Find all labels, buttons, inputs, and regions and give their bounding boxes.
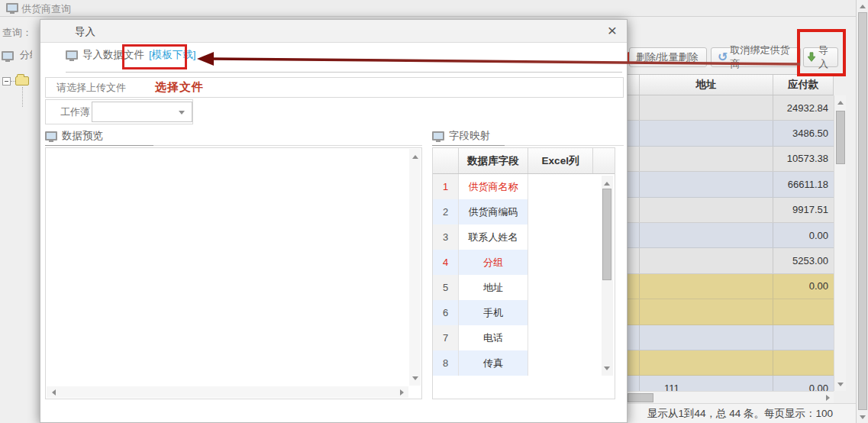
dialog-title: 导入 [75, 25, 95, 39]
annotation-highlight-import-button [797, 29, 846, 76]
cell-address [640, 350, 773, 375]
table-row[interactable]: 1110.00 [628, 376, 834, 391]
window-title: 供货商查询 [21, 2, 71, 16]
scroll-up-icon[interactable] [859, 2, 866, 10]
window-title-bar: 供货商查询 [0, 0, 868, 17]
cell-row-number: 2 [433, 199, 459, 224]
pagination-status: 显示从1到44，总 44 条。每页显示：100 [647, 407, 833, 421]
cell-excel-col[interactable] [528, 275, 593, 300]
scroll-up-icon[interactable] [411, 153, 419, 160]
annotation-arrow [195, 49, 802, 70]
workbook-label: 工作薄 [60, 105, 90, 119]
mapping-row[interactable]: 4分组 [433, 250, 593, 275]
grid-horizontal-scrollbar[interactable] [628, 391, 834, 403]
mapping-vscroll-thumb[interactable] [602, 189, 611, 280]
mapping-row[interactable]: 3联系人姓名 [433, 224, 593, 250]
cell-payable [773, 299, 834, 324]
grid-header-stub [628, 75, 640, 95]
cell-excel-col[interactable] [528, 224, 593, 250]
scroll-left-icon[interactable] [50, 389, 57, 396]
table-row-selected[interactable]: 0.00 [628, 274, 834, 299]
mapping-row[interactable]: 7电话 [433, 325, 593, 350]
scroll-down-icon[interactable] [411, 374, 419, 382]
cell-excel-col[interactable] [528, 250, 593, 275]
workbook-row: 工作薄 [45, 99, 193, 124]
section-underline [432, 145, 505, 146]
dialog-header: 导入 × [40, 20, 627, 43]
monitor-icon [45, 131, 57, 140]
cell-excel-col[interactable] [528, 325, 593, 350]
mapping-row[interactable]: 6手机 [433, 300, 593, 325]
mapping-row[interactable]: 2供货商编码 [433, 199, 593, 224]
import-dialog: 导入 × 导入数据文件 [模板下载] 请选择上传文件 选择文件 工作薄 数据预览 [40, 19, 628, 423]
cell-excel-col[interactable] [528, 350, 593, 376]
table-row-selected[interactable] [628, 350, 834, 376]
grid-body: 24932.84 3486.50 10573.38 66611.18 9917.… [628, 95, 834, 391]
grid-vscroll-thumb[interactable] [836, 111, 845, 164]
page-vscroll-thumb[interactable] [858, 12, 867, 410]
cell-address [640, 147, 773, 171]
cell-excel-col[interactable] [528, 199, 593, 224]
grid-header-address[interactable]: 地址 [640, 75, 773, 95]
group-section-label: 分组 [2, 48, 32, 63]
cell-row-number: 5 [433, 275, 459, 300]
mapping-vertical-scrollbar[interactable] [602, 176, 613, 376]
table-row[interactable]: 0.00 [628, 223, 834, 248]
preview-horizontal-scrollbar[interactable] [47, 386, 408, 398]
cell-row-number: 6 [433, 300, 459, 325]
table-row[interactable]: 9917.51 [628, 198, 834, 223]
mapping-body: 1供货商名称 2供货商编码 3联系人姓名 4分组 5地址 6手机 7电话 8传真 [433, 174, 593, 376]
cell-address [640, 172, 773, 196]
grid-header-payable[interactable]: 应付款 [773, 75, 834, 95]
workbook-dropdown[interactable] [92, 102, 192, 122]
status-bar: 显示从1到44，总 44 条。每页显示：100 [628, 403, 856, 423]
cell-db-field: 传真 [459, 350, 528, 376]
mapping-header-excel: Excel列 [528, 148, 593, 173]
cell-row-number: 7 [433, 325, 459, 350]
scroll-right-icon[interactable] [398, 389, 405, 396]
cell-db-field: 手机 [459, 300, 528, 325]
cell-excel-col[interactable] [528, 174, 593, 199]
cell-payable: 5253.00 [773, 248, 834, 273]
table-row[interactable]: 10573.38 [628, 147, 834, 172]
cell-db-field: 地址 [459, 275, 528, 300]
cell-payable: 0.00 [773, 223, 834, 247]
file-upload-row: 请选择上传文件 选择文件 [45, 77, 624, 98]
scroll-down-icon[interactable] [837, 380, 844, 388]
scroll-down-icon[interactable] [603, 364, 611, 372]
preview-vertical-scrollbar[interactable] [409, 149, 421, 386]
scroll-up-icon[interactable] [837, 98, 844, 106]
grid-hscroll-thumb[interactable] [628, 393, 653, 402]
cell-payable: 0.00 [773, 376, 834, 391]
table-row[interactable] [628, 325, 834, 350]
scroll-down-icon[interactable] [859, 413, 866, 421]
data-preview-panel [45, 147, 422, 399]
monitor-icon [66, 50, 78, 60]
mapping-row[interactable]: 1供货商名称 [433, 174, 593, 199]
folder-icon[interactable] [15, 76, 29, 86]
cell-payable: 10573.38 [773, 147, 834, 171]
close-icon[interactable]: × [602, 21, 622, 40]
cell-excel-col[interactable] [528, 300, 593, 325]
mapping-row[interactable]: 8传真 [433, 350, 593, 376]
grid-vertical-scrollbar[interactable] [834, 95, 846, 391]
table-row[interactable]: 5253.00 [628, 248, 834, 273]
section-underline [45, 145, 153, 146]
table-row[interactable]: 3486.50 [628, 121, 834, 146]
page-vertical-scrollbar[interactable] [856, 0, 868, 423]
mapping-section-header: 字段映射 [432, 128, 490, 144]
cell-db-field: 供货商名称 [459, 174, 528, 199]
grid-header-row: 地址 应付款 [628, 74, 834, 95]
choose-file-button[interactable]: 选择文件 [155, 80, 204, 95]
cell-address [640, 274, 773, 299]
scroll-up-icon[interactable] [603, 179, 611, 187]
section-underline [505, 145, 624, 146]
mapping-row[interactable]: 5地址 [433, 275, 593, 300]
tree-expander-icon[interactable] [2, 77, 11, 86]
cell-payable: 66611.18 [773, 172, 834, 196]
cell-payable: 24932.84 [773, 95, 834, 120]
table-row-selected[interactable] [628, 299, 834, 325]
scroll-right-icon[interactable] [824, 394, 831, 402]
table-row[interactable]: 66611.18 [628, 172, 834, 197]
table-row[interactable]: 24932.84 [628, 95, 834, 121]
